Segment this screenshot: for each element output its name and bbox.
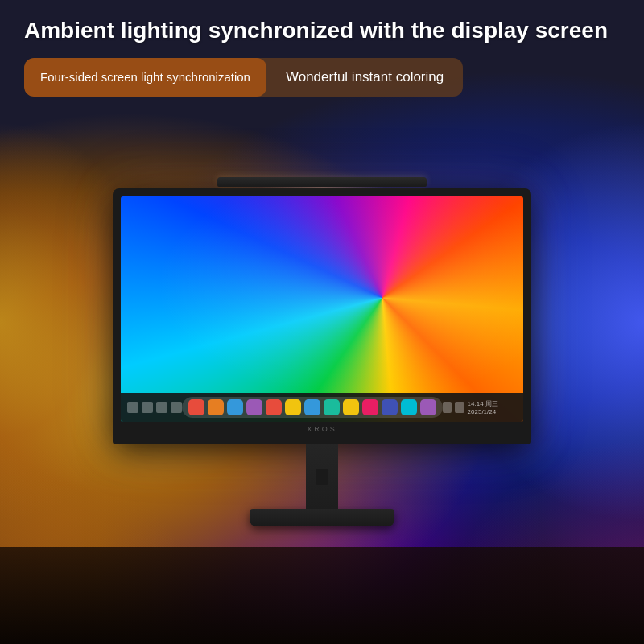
taskbar-app1-icon <box>156 402 167 413</box>
taskbar-right: 14:14 周三 2025/1/24 <box>443 399 517 415</box>
dock-icon-app4 <box>343 399 359 415</box>
main-title: Ambient lighting synchronized with the d… <box>24 16 620 45</box>
pill-right: Wonderful instant coloring <box>266 58 463 97</box>
monitor-brand: XROS <box>121 425 523 433</box>
monitor-container: 14:14 周三 2025/1/24 XROS <box>113 177 531 526</box>
dock-icon-app3 <box>324 399 340 415</box>
monitor-base <box>250 509 394 526</box>
feature-pills: Four-sided screen light synchronization … <box>24 58 463 97</box>
dock <box>182 397 443 418</box>
dock-icon-heart <box>266 399 282 415</box>
dock-icon-photo <box>208 399 224 415</box>
taskbar-time: 14:14 周三 2025/1/24 <box>468 399 517 415</box>
taskbar-center <box>182 397 443 418</box>
monitor-bezel: 14:14 周三 2025/1/24 XROS <box>113 188 531 444</box>
taskbar: 14:14 周三 2025/1/24 <box>121 393 523 422</box>
monitor-neck <box>306 444 338 509</box>
dock-icon-app5 <box>401 399 417 415</box>
header-section: Ambient lighting synchronized with the d… <box>24 16 620 97</box>
taskbar-sys2-icon <box>455 402 464 413</box>
taskbar-search-icon <box>142 402 153 413</box>
screen-overlay <box>121 196 523 422</box>
dock-icon-messages <box>362 399 378 415</box>
dock-icon-app1 <box>246 399 262 415</box>
taskbar-start-icon <box>127 402 138 413</box>
table-surface <box>0 547 644 644</box>
main-scene: Ambient lighting synchronized with the d… <box>0 0 644 644</box>
monitor-screen: 14:14 周三 2025/1/24 <box>121 196 523 422</box>
dock-icon-weibo <box>188 399 204 415</box>
taskbar-app2-icon <box>171 402 182 413</box>
dock-icon-chrome <box>304 399 320 415</box>
taskbar-left <box>127 402 182 413</box>
dock-icon-search <box>227 399 243 415</box>
dock-icon-app6 <box>420 399 436 415</box>
pill-left: Four-sided screen light synchronization <box>24 58 266 97</box>
dock-icon-app2 <box>285 399 301 415</box>
monitor-light-bar <box>217 177 427 187</box>
dock-icon-music <box>382 399 398 415</box>
taskbar-sys1-icon <box>443 402 452 413</box>
